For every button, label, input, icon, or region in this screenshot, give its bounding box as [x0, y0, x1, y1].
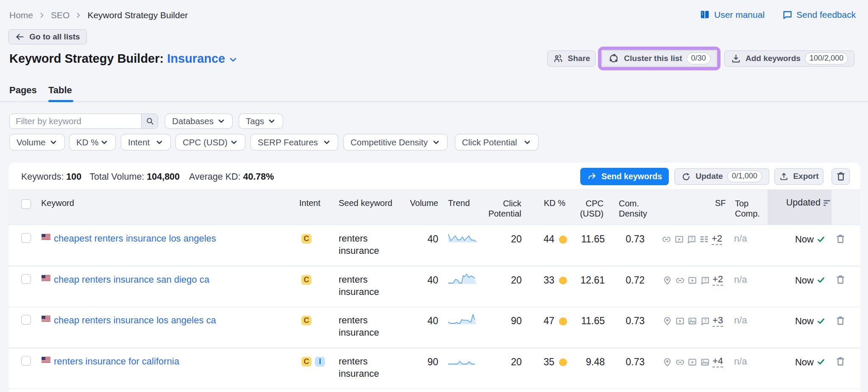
- svg-text:?: ?: [690, 236, 693, 242]
- svg-text:?: ?: [704, 318, 707, 323]
- svg-text:?: ?: [704, 277, 707, 282]
